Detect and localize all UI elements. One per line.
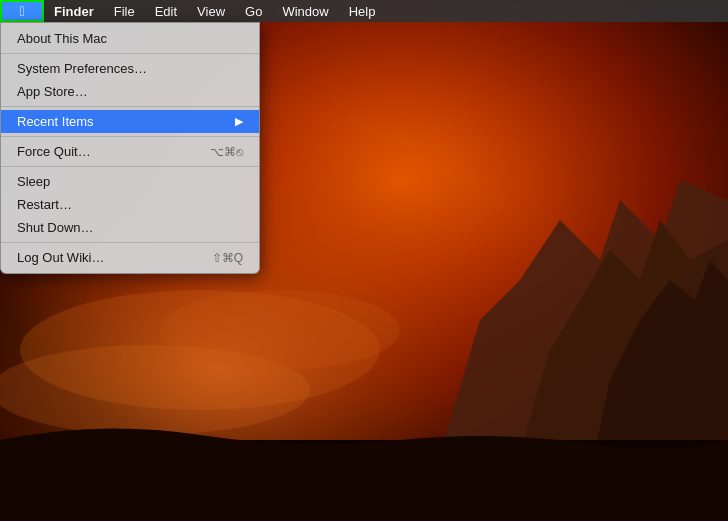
- svg-point-4: [160, 290, 400, 370]
- menubar-item-view[interactable]: View: [187, 0, 235, 22]
- submenu-arrow-icon: ▶: [235, 115, 243, 128]
- menu-item-logout[interactable]: Log Out Wiki… ⇧⌘Q: [1, 246, 259, 269]
- menu-item-system-prefs-label: System Preferences…: [17, 61, 243, 76]
- menu-item-shutdown[interactable]: Shut Down…: [1, 216, 259, 239]
- menu-item-sleep[interactable]: Sleep: [1, 170, 259, 193]
- menu-item-shutdown-label: Shut Down…: [17, 220, 243, 235]
- apple-menu-button[interactable]: : [0, 0, 44, 22]
- menu-divider-3: [1, 136, 259, 137]
- menu-item-recent-items-label: Recent Items: [17, 114, 235, 129]
- menu-item-system-prefs[interactable]: System Preferences…: [1, 57, 259, 80]
- menubar:  Finder File Edit View Go Window Help: [0, 0, 728, 22]
- menu-item-app-store-label: App Store…: [17, 84, 243, 99]
- menu-item-app-store[interactable]: App Store…: [1, 80, 259, 103]
- apple-logo-icon: : [19, 4, 24, 18]
- menu-item-force-quit-label: Force Quit…: [17, 144, 210, 159]
- menu-item-recent-items[interactable]: Recent Items ▶: [1, 110, 259, 133]
- menubar-item-file[interactable]: File: [104, 0, 145, 22]
- menubar-item-edit[interactable]: Edit: [145, 0, 187, 22]
- menu-divider-1: [1, 53, 259, 54]
- menubar-item-help[interactable]: Help: [339, 0, 386, 22]
- menu-divider-2: [1, 106, 259, 107]
- menu-item-about[interactable]: About This Mac: [1, 27, 259, 50]
- menu-item-force-quit-shortcut: ⌥⌘⎋: [210, 145, 243, 159]
- menu-item-force-quit[interactable]: Force Quit… ⌥⌘⎋: [1, 140, 259, 163]
- menubar-item-go[interactable]: Go: [235, 0, 272, 22]
- menu-item-about-label: About This Mac: [17, 31, 243, 46]
- menu-item-logout-shortcut: ⇧⌘Q: [212, 251, 243, 265]
- menu-item-restart[interactable]: Restart…: [1, 193, 259, 216]
- menu-divider-5: [1, 242, 259, 243]
- menu-divider-4: [1, 166, 259, 167]
- menu-item-sleep-label: Sleep: [17, 174, 243, 189]
- menubar-items: Finder File Edit View Go Window Help: [44, 0, 728, 22]
- apple-dropdown-menu: About This Mac System Preferences… App S…: [0, 22, 260, 274]
- menubar-item-window[interactable]: Window: [272, 0, 338, 22]
- menubar-item-finder[interactable]: Finder: [44, 0, 104, 22]
- menu-item-restart-label: Restart…: [17, 197, 243, 212]
- menu-item-logout-label: Log Out Wiki…: [17, 250, 212, 265]
